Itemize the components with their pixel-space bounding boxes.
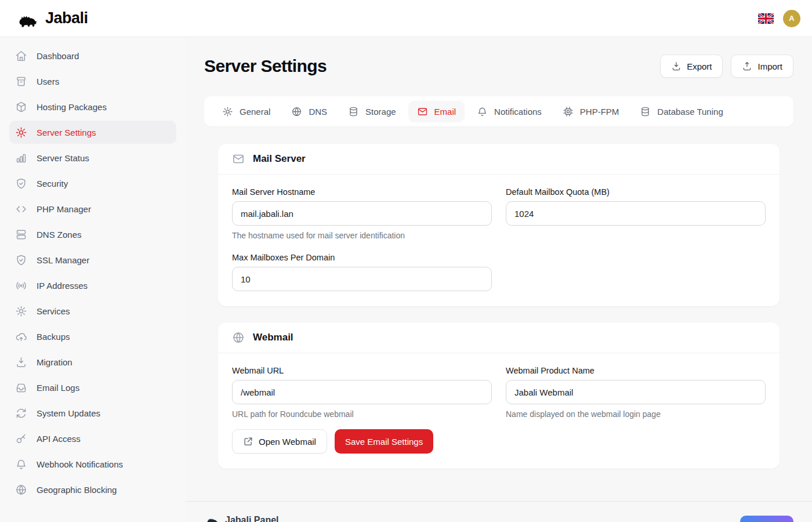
webmail-card-body: Webmail URL URL path for Roundcube webma…	[218, 353, 780, 469]
mail-server-card: Mail Server Mail Server Hostname The hos…	[218, 144, 780, 306]
sidebar-item-backups[interactable]: Backups	[9, 325, 176, 348]
webmail-buttons: Open Webmail Save Email Settings	[232, 429, 766, 454]
mailbox-quota-label: Default Mailbox Quota (MB)	[506, 187, 766, 197]
tab-notifications[interactable]: Notifications	[468, 101, 550, 122]
brand-name: Jabali	[45, 9, 88, 27]
webmail-product-name-input[interactable]	[506, 380, 766, 404]
webmail-card: Webmail Webmail URL URL path for Roundcu…	[218, 322, 780, 469]
main-content: Server Settings Export Import General DN…	[186, 0, 812, 522]
footer-brand: Jabali Panel	[204, 512, 279, 522]
webmail-url-field: Webmail URL URL path for Roundcube webma…	[232, 366, 492, 419]
boar-logo-icon	[204, 514, 219, 522]
code-icon	[15, 203, 27, 215]
webmail-product-name-field: Webmail Product Name Name displayed on t…	[506, 366, 766, 419]
import-button-label: Import	[757, 61, 782, 71]
shield-check-icon	[15, 254, 27, 266]
language-selector[interactable]	[758, 13, 774, 24]
users-icon	[15, 75, 27, 88]
tab-general[interactable]: General	[213, 101, 279, 122]
sidebar-item-ssl-manager[interactable]: SSL Manager	[9, 248, 176, 271]
gear-icon	[15, 305, 27, 317]
sidebar-item-services[interactable]: Services	[9, 299, 176, 322]
webmail-url-help: URL path for Roundcube webmail	[232, 409, 492, 419]
mailbox-quota-field: Default Mailbox Quota (MB)	[506, 187, 766, 240]
sidebar-item-email-logs[interactable]: Email Logs	[9, 376, 176, 399]
mail-server-card-header: Mail Server	[218, 144, 780, 175]
server-stack-icon	[15, 229, 27, 241]
webmail-product-name-label: Webmail Product Name	[506, 366, 766, 375]
tab-dns[interactable]: DNS	[282, 101, 336, 122]
webmail-url-input[interactable]	[232, 380, 492, 404]
user-avatar[interactable]: A	[783, 10, 800, 27]
sidebar-item-migration[interactable]: Migration	[9, 350, 176, 374]
open-webmail-button-label: Open Webmail	[259, 437, 316, 447]
footer-brand-name: Jabali Panel	[225, 515, 279, 522]
cloud-upload-icon	[15, 331, 27, 343]
download-icon	[671, 61, 682, 71]
tab-php-fpm[interactable]: PHP-FPM	[554, 101, 628, 122]
sidebar-item-dashboard[interactable]: Dashboard	[9, 44, 176, 67]
mail-hostname-label: Mail Server Hostname	[232, 187, 492, 197]
settings-tabs: General DNS Storage Email Notifications …	[204, 96, 793, 126]
max-mailboxes-input[interactable]	[232, 267, 492, 291]
footer-action-button[interactable]	[740, 516, 793, 522]
topbar-right: A	[758, 10, 800, 27]
sidebar-item-server-status[interactable]: Server Status	[9, 146, 176, 169]
brand-logo: Jabali	[14, 9, 88, 28]
max-mailboxes-label: Max Mailboxes Per Domain	[232, 253, 492, 262]
mail-hostname-input[interactable]	[232, 201, 492, 226]
globe-icon	[232, 331, 245, 344]
external-link-icon	[243, 436, 253, 447]
mailbox-quota-input[interactable]	[506, 201, 766, 226]
mail-server-card-body: Mail Server Hostname The hostname used f…	[218, 175, 780, 306]
cpu-icon	[563, 106, 574, 117]
sidebar-item-webhook-notifications[interactable]: Webhook Notifications	[9, 452, 176, 476]
key-icon	[15, 433, 27, 445]
tab-storage[interactable]: Storage	[339, 101, 405, 122]
sidebar-item-dns-zones[interactable]: DNS Zones	[9, 223, 176, 246]
webmail-url-label: Webmail URL	[232, 366, 492, 375]
mail-icon	[232, 153, 245, 165]
sidebar-item-system-updates[interactable]: System Updates	[9, 401, 176, 425]
sidebar-item-php-manager[interactable]: PHP Manager	[9, 197, 176, 220]
mail-hostname-field: Mail Server Hostname The hostname used f…	[232, 187, 492, 240]
refresh-icon	[15, 407, 27, 419]
sidebar-item-security[interactable]: Security	[9, 172, 176, 195]
webmail-card-title: Webmail	[253, 332, 293, 343]
webmail-card-header: Webmail	[218, 322, 780, 353]
export-button[interactable]: Export	[660, 55, 723, 78]
sidebar-item-ip-addresses[interactable]: IP Addresses	[9, 274, 176, 297]
bell-icon	[477, 106, 488, 117]
tab-email[interactable]: Email	[408, 101, 465, 122]
sidebar-item-geographic-blocking[interactable]: Geographic Blocking	[9, 478, 176, 501]
database-icon	[640, 106, 651, 117]
radio-waves-icon	[15, 280, 27, 292]
globe-icon	[291, 106, 302, 117]
tab-database-tuning[interactable]: Database Tuning	[631, 101, 731, 122]
database-icon	[348, 106, 359, 117]
download-icon	[15, 356, 27, 368]
webmail-product-name-help: Name displayed on the webmail login page	[506, 409, 766, 419]
mail-server-card-title: Mail Server	[253, 153, 306, 165]
sidebar-item-hosting-packages[interactable]: Hosting Packages	[9, 95, 176, 118]
package-icon	[15, 101, 27, 113]
topbar: Jabali A	[0, 0, 812, 37]
shield-check-icon	[15, 177, 27, 190]
mail-hostname-help: The hostname used for mail server identi…	[232, 231, 492, 240]
save-email-settings-button[interactable]: Save Email Settings	[335, 429, 433, 454]
bar-chart-icon	[15, 152, 27, 164]
export-button-label: Export	[687, 61, 712, 71]
boar-logo-icon	[14, 9, 39, 28]
sidebar-item-server-settings[interactable]: Server Settings	[9, 121, 176, 144]
import-button[interactable]: Import	[731, 55, 793, 78]
inbox-icon	[15, 382, 27, 394]
open-webmail-button[interactable]: Open Webmail	[232, 429, 327, 454]
max-mailboxes-field: Max Mailboxes Per Domain	[232, 253, 492, 291]
sidebar-item-api-access[interactable]: API Access	[9, 427, 176, 450]
footer: Jabali Panel	[186, 501, 812, 522]
sidebar: Dashboard Users Hosting Packages Server …	[0, 37, 186, 522]
upload-icon	[742, 61, 752, 71]
page-header: Server Settings Export Import	[186, 51, 812, 81]
gear-icon	[222, 106, 233, 117]
sidebar-item-users[interactable]: Users	[9, 70, 176, 93]
